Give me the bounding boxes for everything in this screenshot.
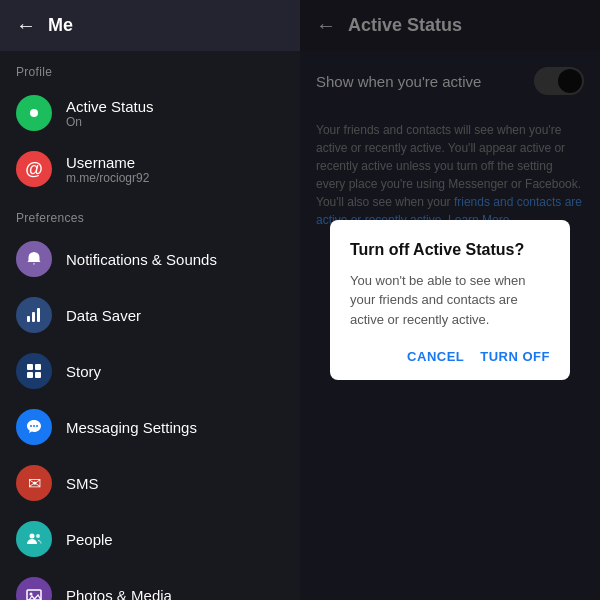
sms-text: SMS xyxy=(66,475,284,492)
svg-rect-6 xyxy=(35,364,41,370)
dialog: Turn off Active Status? You won't be abl… xyxy=(330,220,570,380)
svg-point-11 xyxy=(36,425,38,427)
svg-point-15 xyxy=(30,593,33,596)
notifications-icon xyxy=(16,241,52,277)
dialog-turnoff-button[interactable]: TURN OFF xyxy=(480,345,550,368)
data-saver-title: Data Saver xyxy=(66,307,284,324)
messaging-title: Messaging Settings xyxy=(66,419,284,436)
left-header: ← Me xyxy=(0,0,300,51)
left-back-button[interactable]: ← xyxy=(16,14,36,37)
story-title: Story xyxy=(66,363,284,380)
menu-item-story[interactable]: Story xyxy=(0,343,300,399)
left-panel: ← Me Profile Active Status On @ Username… xyxy=(0,0,300,600)
username-text: Username m.me/rociogr92 xyxy=(66,154,284,185)
photos-icon xyxy=(16,577,52,600)
people-title: People xyxy=(66,531,284,548)
people-text: People xyxy=(66,531,284,548)
data-saver-icon xyxy=(16,297,52,333)
username-title: Username xyxy=(66,154,284,171)
svg-rect-3 xyxy=(32,312,35,322)
dialog-title: Turn off Active Status? xyxy=(350,240,550,261)
menu-item-photos[interactable]: Photos & Media xyxy=(0,567,300,600)
story-text: Story xyxy=(66,363,284,380)
menu-item-sms[interactable]: ✉ SMS xyxy=(0,455,300,511)
svg-point-12 xyxy=(30,534,35,539)
photos-text: Photos & Media xyxy=(66,587,284,601)
svg-point-10 xyxy=(33,425,35,427)
menu-item-messaging[interactable]: Messaging Settings xyxy=(0,399,300,455)
svg-rect-2 xyxy=(27,316,30,322)
svg-rect-4 xyxy=(37,308,40,322)
svg-point-13 xyxy=(36,534,40,538)
sms-title: SMS xyxy=(66,475,284,492)
dialog-body: You won't be able to see when your frien… xyxy=(350,271,550,330)
people-icon xyxy=(16,521,52,557)
svg-rect-5 xyxy=(27,364,33,370)
notifications-text: Notifications & Sounds xyxy=(66,251,284,268)
photos-title: Photos & Media xyxy=(66,587,284,601)
svg-rect-7 xyxy=(27,372,33,378)
story-icon xyxy=(16,353,52,389)
active-status-title: Active Status xyxy=(66,98,284,115)
menu-item-active-status[interactable]: Active Status On xyxy=(0,85,300,141)
menu-item-people[interactable]: People xyxy=(0,511,300,567)
menu-item-data-saver[interactable]: Data Saver xyxy=(0,287,300,343)
active-status-subtitle: On xyxy=(66,115,284,129)
data-saver-text: Data Saver xyxy=(66,307,284,324)
left-panel-title: Me xyxy=(48,15,73,36)
active-status-text: Active Status On xyxy=(66,98,284,129)
svg-rect-8 xyxy=(35,372,41,378)
active-status-icon xyxy=(16,95,52,131)
right-panel: ← Active Status Show when you're active … xyxy=(300,0,600,600)
dialog-actions: CANCEL TURN OFF xyxy=(350,345,550,368)
svg-point-1 xyxy=(30,109,38,117)
menu-item-username[interactable]: @ Username m.me/rociogr92 xyxy=(0,141,300,197)
notifications-title: Notifications & Sounds xyxy=(66,251,284,268)
messaging-icon xyxy=(16,409,52,445)
menu-item-notifications[interactable]: Notifications & Sounds xyxy=(0,231,300,287)
dialog-overlay: Turn off Active Status? You won't be abl… xyxy=(300,0,600,600)
messaging-text: Messaging Settings xyxy=(66,419,284,436)
dialog-cancel-button[interactable]: CANCEL xyxy=(407,345,464,368)
username-url: m.me/rociogr92 xyxy=(66,171,284,185)
svg-point-9 xyxy=(30,425,32,427)
username-icon: @ xyxy=(16,151,52,187)
profile-section-label: Profile xyxy=(0,51,300,85)
preferences-section-label: Preferences xyxy=(0,197,300,231)
sms-icon: ✉ xyxy=(16,465,52,501)
